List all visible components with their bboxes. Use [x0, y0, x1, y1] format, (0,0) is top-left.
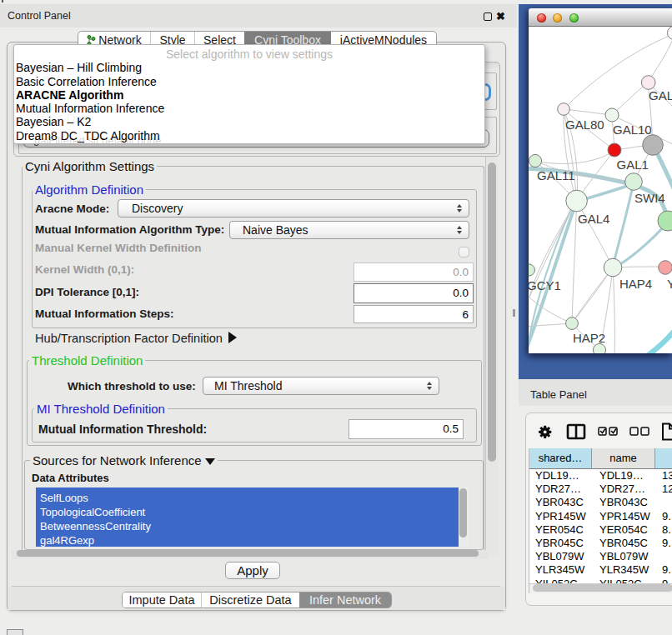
svg-text:GAL4: GAL4 — [578, 212, 609, 226]
svg-text:HAP4: HAP4 — [619, 277, 652, 291]
svg-text:GCY1: GCY1 — [529, 278, 561, 292]
svg-text:GAL: GAL — [649, 88, 672, 102]
svg-text:HAP2: HAP2 — [573, 331, 605, 345]
svg-text:GAL11: GAL11 — [537, 168, 575, 182]
svg-text:GAL80: GAL80 — [565, 118, 604, 132]
svg-text:Y: Y — [667, 277, 672, 291]
svg-text:GAL10: GAL10 — [613, 122, 652, 137]
svg-text:GAL1: GAL1 — [617, 158, 649, 172]
svg-text:SWI4: SWI4 — [634, 191, 665, 205]
